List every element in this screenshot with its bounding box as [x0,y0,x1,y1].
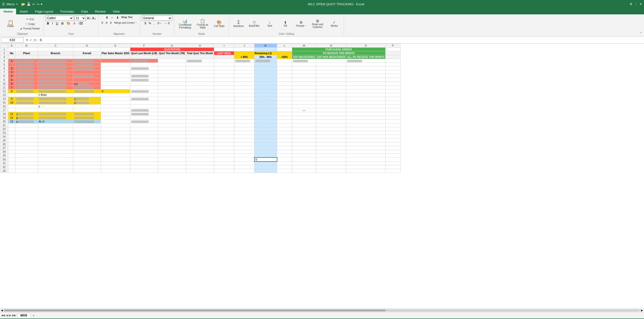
cell-i7[interactable] [214,70,234,74]
cell-n8[interactable] [316,74,346,78]
cell-f17[interactable] [130,108,158,112]
cell-j3-gt80[interactable]: > 80% [234,55,254,59]
cell-b13[interactable] [15,93,38,97]
cell-k17[interactable] [254,108,277,112]
cell-e18[interactable] [101,112,130,116]
cell-g15[interactable] [158,101,186,104]
cell-b5[interactable] [15,63,38,67]
tab-formulas[interactable]: Formulas [57,9,78,14]
cell-l18[interactable] [277,112,292,116]
cell-i12[interactable] [214,89,234,93]
cell-k9[interactable] [254,78,277,82]
cell-c13[interactable]: n Bean [38,93,73,97]
cell-d30[interactable] [73,157,101,162]
cell-h20[interactable] [186,120,214,123]
cell-l13[interactable] [277,93,292,97]
cell-o18[interactable] [346,112,385,116]
cell-b6[interactable] [15,67,38,70]
cell-c16[interactable]: o [38,105,73,108]
cell-n20[interactable] [316,120,346,123]
cell-n19[interactable] [316,116,346,120]
cell-a15[interactable]: 10 [8,101,15,104]
cell-m30[interactable] [292,157,316,162]
cell-a3[interactable] [8,55,15,59]
cell-i13[interactable] [214,93,234,97]
cell-p3[interactable] [385,55,400,59]
cell-p10[interactable] [385,82,400,85]
border-button[interactable]: ⊞ [60,21,65,25]
cell-h3[interactable] [186,55,214,59]
cell-c1[interactable] [38,48,73,51]
cell-o15[interactable] [346,101,385,104]
cell-e19[interactable] [101,116,130,120]
cell-e6[interactable] [101,67,130,70]
cell-j7[interactable] [234,70,254,74]
cell-m9[interactable] [292,78,316,82]
cell-n18[interactable] [316,112,346,116]
cell-d16[interactable] [73,105,101,108]
cell-p2[interactable] [385,51,400,55]
cell-l8[interactable] [277,74,292,78]
cell-n30[interactable] [316,157,346,162]
cell-i2[interactable]: LOST DEAL [214,51,234,55]
cell-h7[interactable] [186,70,214,74]
cell-n12[interactable] [316,89,346,93]
confirm-formula-icon[interactable]: ✓ [29,38,32,42]
cell-b17[interactable] [15,108,38,112]
cell-p12[interactable] [385,89,400,93]
cell-b15[interactable] [15,101,38,104]
cell-d13[interactable] [73,93,101,97]
cell-j1[interactable] [234,48,254,51]
cell-p17[interactable] [385,108,400,112]
cell-i11[interactable] [214,85,234,89]
cell-c15[interactable] [38,101,73,104]
cell-g18[interactable] [158,112,186,116]
open-icon[interactable]: 📂 [21,2,25,6]
cell-a14[interactable]: 9 [8,97,15,101]
cell-f19[interactable] [130,116,158,120]
more-options-icon[interactable]: ⋮ [634,2,637,6]
cell-l15[interactable] [277,101,292,104]
underline-button[interactable]: U [55,21,59,25]
cell-i9[interactable] [214,78,234,82]
cell-h9[interactable] [186,78,214,82]
cell-a17[interactable] [8,108,15,112]
cell-k5[interactable] [254,63,277,67]
cell-o30[interactable] [346,157,385,162]
cell-o5[interactable] [346,63,385,67]
bold-button[interactable]: B [46,21,50,25]
tab-insert[interactable]: Insert [16,9,31,14]
cell-k16[interactable] [254,105,277,108]
cell-m14[interactable] [292,97,316,101]
cell-k10[interactable] [254,82,277,85]
horizontal-scrollbar[interactable]: ◀ ▶ [0,308,644,312]
cell-m7[interactable] [292,70,316,74]
cell-p6[interactable] [385,67,400,70]
redo-icon[interactable]: ↪ [36,2,39,6]
fill-color-button[interactable]: 🎨 [66,21,71,25]
cell-h16[interactable] [186,105,214,108]
cell-h18[interactable] [186,112,214,116]
cell-g3[interactable] [158,55,186,59]
cell-d11[interactable] [73,85,101,89]
increase-font-icon[interactable]: A↑ [87,16,91,20]
col-header-j[interactable]: J [234,44,254,48]
cell-o8[interactable] [346,74,385,78]
cell-g11[interactable] [158,85,186,89]
cell-b2[interactable]: Plant [15,51,38,55]
cell-k20[interactable] [254,120,277,123]
cell-i6[interactable] [214,67,234,70]
cell-j10[interactable] [234,82,254,85]
cell-d3[interactable] [73,55,101,59]
cell-j2-remaining-lq[interactable]: Remaining LQ [234,51,292,55]
cell-c4[interactable] [38,59,73,63]
cell-o19[interactable] [346,116,385,120]
cell-n6[interactable] [316,67,346,70]
cell-n13[interactable] [316,93,346,97]
cell-i17[interactable] [214,108,234,112]
cell-m20[interactable] [292,120,316,123]
cell-e12[interactable]: S [101,89,130,93]
scroll-sheet-left-icon[interactable]: ◀◀ [1,314,5,317]
cell-o13[interactable] [346,93,385,97]
cell-g6[interactable] [158,67,186,70]
